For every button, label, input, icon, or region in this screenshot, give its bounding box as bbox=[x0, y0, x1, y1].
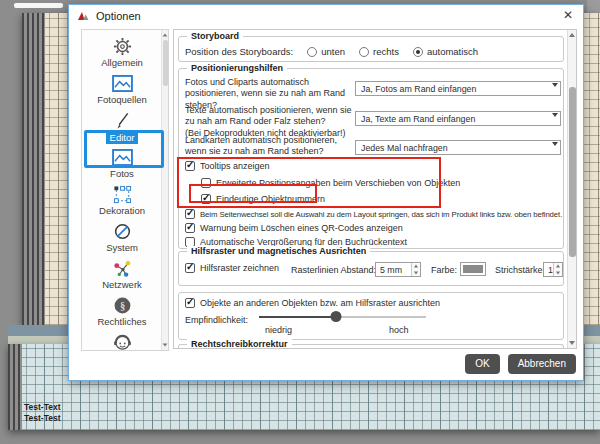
radio-label: automatisch bbox=[427, 46, 478, 57]
app-logo-icon bbox=[77, 10, 90, 22]
settings-panel: Storyboard Position des Storyboards: unt… bbox=[173, 29, 577, 349]
checkbox[interactable] bbox=[185, 263, 195, 273]
dropdown-value: Ja, Texte am Rand einfangen bbox=[361, 114, 475, 124]
screen: Test-Text Test-Test Optionen ✕ bbox=[0, 0, 600, 444]
dialog-titlebar[interactable]: Optionen ✕ bbox=[69, 5, 583, 27]
radio-circle[interactable] bbox=[307, 47, 317, 57]
options-dialog: Optionen ✕ bbox=[68, 4, 584, 381]
checkbox[interactable] bbox=[185, 298, 195, 308]
checkbox[interactable] bbox=[185, 223, 195, 233]
sidebar-item-dekoration[interactable]: Dekoration bbox=[82, 182, 162, 219]
sidebar-item-label: Dekoration bbox=[99, 206, 145, 216]
annotation-box-blue bbox=[84, 130, 164, 168]
sidebar-item-rechtliches[interactable]: § Rechtliches bbox=[82, 293, 162, 330]
slider-low-label: niedrig bbox=[265, 325, 292, 335]
group-ausrichten: Objekte an anderen Objekten bzw. am Hilf… bbox=[178, 292, 564, 340]
stepper-buttons[interactable] bbox=[553, 263, 562, 276]
group-legend: Positionierungshilfen bbox=[187, 63, 287, 73]
sidebar-item-label: Allgemein bbox=[101, 58, 143, 68]
stroke-label: Strichstärke: bbox=[495, 265, 545, 275]
sidebar-item-label: System bbox=[106, 243, 138, 253]
chevron-down-icon bbox=[552, 146, 558, 155]
dropdown-value: Jedes Mal nachfragen bbox=[361, 143, 448, 153]
checkbox-row-hilfsraster[interactable]: Hilfsraster zeichnen bbox=[185, 263, 279, 273]
sidebar-item-label: Fotoquellen bbox=[97, 95, 147, 105]
spacing-label: Rasterlinien Abstand: bbox=[291, 265, 376, 275]
slider-fill bbox=[259, 316, 336, 318]
group-legend: Hilfsraster und magnetisches Ausrichten bbox=[187, 246, 370, 256]
chevron-down-icon bbox=[552, 117, 558, 126]
cancel-button[interactable]: Abbrechen bbox=[508, 354, 576, 374]
dialog-button-bar: OK Abbrechen bbox=[465, 354, 576, 374]
stroke-stepper[interactable]: 1 bbox=[543, 262, 563, 277]
slider-high-label: hoch bbox=[389, 325, 409, 335]
scroll-down-icon[interactable] bbox=[569, 341, 575, 345]
annotation-box-red-inner bbox=[189, 184, 317, 203]
scrollbar-thumb[interactable] bbox=[569, 87, 576, 257]
group-legend: Rechtschreibkorrektur bbox=[187, 339, 292, 349]
sidebar-item-netzwerk[interactable]: Netzwerk bbox=[82, 256, 162, 293]
support-face-icon bbox=[113, 332, 132, 351]
radio-rechts[interactable]: rechts bbox=[359, 46, 399, 57]
question-label: Texte automatisch positionieren, wenn si… bbox=[185, 105, 357, 139]
scroll-up-icon[interactable] bbox=[163, 33, 168, 36]
stepper-buttons[interactable] bbox=[411, 263, 420, 276]
app-horizontal-scrollbar[interactable] bbox=[14, 3, 63, 8]
sidebar-scrollbar[interactable] bbox=[161, 30, 168, 350]
checkbox-label: Warnung beim Löschen eines QR-Codes anze… bbox=[200, 223, 403, 233]
svg-text:§: § bbox=[119, 300, 124, 311]
sidebar-item-label: Rechtliches bbox=[97, 317, 146, 327]
sidebar-item-system[interactable]: System bbox=[82, 219, 162, 256]
checkbox-label: Objekte an anderen Objekten bzw. am Hilf… bbox=[200, 298, 440, 308]
dropdown-fotos-cliparts[interactable]: Ja, Fotos am Rand einfangen bbox=[355, 81, 561, 96]
sidebar-item-allgemein[interactable]: Allgemein bbox=[82, 34, 162, 71]
sidebar-item-fotoquellen[interactable]: Fotoquellen bbox=[82, 71, 162, 108]
checkbox-label: Beim Seitenwechsel soll die Auswahl zu d… bbox=[200, 210, 562, 219]
book-spine-bottom bbox=[8, 344, 22, 430]
slider-thumb[interactable] bbox=[330, 311, 341, 322]
checkbox-row-qr-warnung[interactable]: Warnung beim Löschen eines QR-Codes anze… bbox=[185, 223, 403, 233]
page-text-line1: Test-Text bbox=[24, 403, 61, 412]
sensitivity-slider[interactable] bbox=[259, 311, 426, 322]
sidebar-item-support[interactable] bbox=[82, 330, 162, 351]
chevron-down-icon bbox=[552, 87, 558, 96]
settings-scrollbar[interactable] bbox=[567, 30, 576, 348]
dropdown-texte[interactable]: Ja, Texte am Rand einfangen bbox=[355, 111, 561, 126]
scrollbar-thumb[interactable] bbox=[163, 40, 168, 86]
radio-circle[interactable] bbox=[359, 47, 369, 57]
stepper-value: 5 mm bbox=[380, 265, 402, 275]
checkbox-row-seitenwechsel[interactable]: Beim Seitenwechsel soll die Auswahl zu d… bbox=[185, 209, 562, 219]
sensitivity-label: Empfindlichkeit: bbox=[185, 315, 248, 325]
scroll-up-icon[interactable] bbox=[569, 33, 575, 37]
scroll-down-icon[interactable] bbox=[163, 343, 168, 346]
storyboard-position-label: Position des Storyboards: bbox=[185, 46, 293, 57]
paragraph-icon: § bbox=[113, 295, 132, 316]
sidebar-item-label: Netzwerk bbox=[102, 280, 142, 290]
color-swatch-button[interactable] bbox=[460, 262, 486, 276]
group-storyboard: Storyboard Position des Storyboards: unt… bbox=[178, 36, 564, 62]
spacing-stepper[interactable]: 5 mm bbox=[375, 262, 421, 277]
radio-label: unten bbox=[321, 46, 345, 57]
group-rechtschreibkorrektur: Rechtschreibkorrektur bbox=[178, 344, 564, 349]
question-label: Landkarten automatisch positionieren, we… bbox=[185, 135, 357, 158]
ok-button[interactable]: OK bbox=[465, 354, 499, 374]
group-legend: Storyboard bbox=[187, 31, 243, 41]
group-hilfsraster: Hilfsraster und magnetisches Ausrichten … bbox=[178, 251, 564, 286]
group-positionierungshilfen: Positionierungshilfen Fotos und Cliparts… bbox=[178, 68, 564, 249]
radio-circle[interactable] bbox=[413, 47, 423, 57]
radio-unten[interactable]: unten bbox=[307, 46, 345, 57]
dropdown-landkarten[interactable]: Jedes Mal nachfragen bbox=[355, 140, 561, 155]
photo-icon bbox=[112, 73, 133, 94]
page-text-line2: Test-Test bbox=[24, 414, 61, 423]
network-icon bbox=[112, 258, 133, 279]
no-entry-icon bbox=[113, 221, 132, 242]
close-icon[interactable]: ✕ bbox=[563, 8, 573, 22]
options-sidebar: Allgemein Fotoquellen bbox=[81, 29, 169, 351]
checkbox-label: Hilfsraster zeichnen bbox=[200, 263, 279, 273]
pen-icon bbox=[113, 110, 132, 131]
checkbox[interactable] bbox=[185, 209, 195, 219]
dropdown-value: Ja, Fotos am Rand einfangen bbox=[361, 84, 476, 94]
checkbox-row-objekte-ausrichten[interactable]: Objekte an anderen Objekten bzw. am Hilf… bbox=[185, 298, 440, 308]
dialog-title: Optionen bbox=[96, 10, 141, 22]
radio-automatisch[interactable]: automatisch bbox=[413, 46, 478, 57]
